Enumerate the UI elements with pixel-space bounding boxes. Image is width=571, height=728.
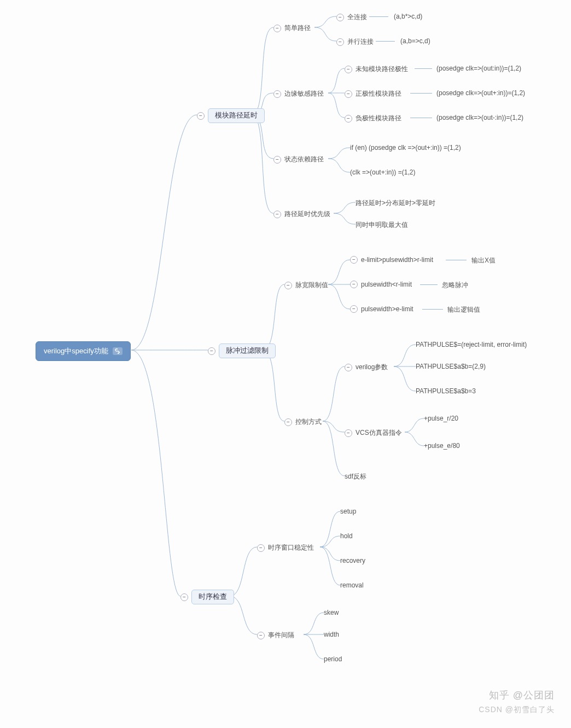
collapse-icon[interactable]: −	[350, 305, 358, 313]
node-label: 脉宽限制值	[295, 280, 328, 290]
node-label: 未知模块路径极性	[356, 64, 408, 74]
collapse-icon[interactable]: −	[257, 544, 265, 552]
leaf-output-logic: 输出逻辑值	[447, 305, 480, 315]
collapse-icon[interactable]: −	[284, 282, 292, 289]
leaf-output-x: 输出X值	[471, 255, 496, 266]
leaf-recovery: recovery	[340, 556, 365, 565]
branch-module-path-delay[interactable]: − 模块路径延时	[197, 108, 265, 123]
connector-segment	[446, 260, 467, 260]
node-label: 并行连接	[347, 37, 374, 47]
leaf-positive-polarity-detail: (posedge clk=>(out+:in))=(1,2)	[436, 89, 525, 97]
leaf-state-dep-2: (clk =>(out+:in)) =(1,2)	[350, 168, 415, 177]
leaf-width: width	[324, 630, 339, 639]
node-label: VCS仿真器指令	[356, 428, 402, 438]
connector-segment	[410, 93, 432, 94]
node-label: 负极性模块路径	[356, 113, 401, 124]
node-parallel-connect[interactable]: − 并行连接	[336, 37, 374, 47]
node-label: 简单路径	[284, 23, 311, 33]
collapse-icon[interactable]: −	[180, 593, 188, 601]
collapse-icon[interactable]: −	[197, 112, 205, 120]
node-label: 边缘敏感路径	[284, 89, 324, 99]
node-simple-path[interactable]: − 简单路径	[273, 23, 311, 33]
leaf-ignore-pulse: 忽略脉冲	[442, 280, 468, 290]
watermark-zhihu: 知乎 @公团团	[489, 689, 555, 702]
node-timing-window-stability[interactable]: − 时序窗口稳定性	[257, 543, 314, 553]
connector-segment	[420, 284, 438, 285]
node-full-connect[interactable]: − 全连接	[336, 12, 367, 22]
leaf-setup: setup	[340, 507, 356, 516]
collapse-icon[interactable]: −	[336, 14, 344, 21]
collapse-icon[interactable]: −	[257, 632, 265, 639]
leaf-pathpulse-3: PATHPULSE$a$b=3	[416, 387, 476, 395]
leaf-sdf-back: sdf反标	[345, 471, 366, 482]
node-label: 时序窗口稳定性	[268, 543, 314, 553]
node-label: 全连接	[347, 12, 367, 22]
branch-label: 脉冲过滤限制	[219, 343, 276, 358]
connector-segment	[376, 41, 395, 42]
collapse-icon[interactable]: −	[273, 25, 281, 32]
node-state-dependent-path[interactable]: − 状态依赖路径	[273, 154, 324, 165]
branch-label: 模块路径延时	[208, 108, 265, 123]
node-edge-sensitive-path[interactable]: − 边缘敏感路径	[273, 89, 324, 99]
leaf-negative-polarity-detail: (posedge clk=>(out-:in))=(1,2)	[436, 113, 523, 122]
collapse-icon[interactable]: −	[345, 115, 352, 123]
node-pulsewidth-limit[interactable]: − 脉宽限制值	[284, 280, 328, 290]
branch-pulse-filter[interactable]: − 脉冲过滤限制	[208, 343, 276, 358]
leaf-unknown-polarity-detail: (posedge clk=>(out:in))=(1,2)	[436, 64, 521, 73]
collapse-icon[interactable]: −	[345, 90, 352, 98]
collapse-icon[interactable]: −	[345, 364, 352, 371]
leaf-pathpulse-2: PATHPULSE$a$b=(2,9)	[416, 362, 486, 371]
collapse-icon[interactable]: −	[273, 90, 281, 98]
leaf-full-connect-detail: (a,b*>c,d)	[394, 12, 422, 21]
root-node[interactable]: verilog中specify功能	[36, 341, 131, 361]
leaf-priority-2: 同时申明取最大值	[356, 220, 408, 230]
collapse-icon[interactable]: −	[208, 347, 215, 355]
node-label: verilog参数	[356, 362, 388, 372]
leaf-pulse-r: +pulse_r/20	[424, 414, 458, 423]
node-label: 正极性模块路径	[356, 89, 401, 99]
leaf-period: period	[324, 655, 342, 663]
root-label: verilog中specify功能	[44, 346, 108, 356]
node-label: 控制方式	[295, 417, 322, 427]
node-vcs-directive[interactable]: − VCS仿真器指令	[345, 428, 402, 438]
node-delay-priority[interactable]: − 路径延时优先级	[273, 209, 330, 219]
watermark-csdn: CSDN @初雪白了头	[479, 705, 555, 715]
node-label: 状态依赖路径	[284, 154, 324, 165]
connector-segment	[415, 68, 432, 69]
node-label: pulsewidth<r-limit	[361, 280, 412, 289]
node-pulsewidth-lt-r[interactable]: − pulsewidth<r-limit	[350, 280, 412, 289]
link-icon	[113, 347, 123, 355]
node-verilog-param[interactable]: − verilog参数	[345, 362, 388, 372]
node-event-interval[interactable]: − 事件间隔	[257, 630, 294, 640]
node-negative-polarity[interactable]: − 负极性模块路径	[345, 113, 401, 124]
node-label: 路径延时优先级	[284, 209, 330, 219]
node-positive-polarity[interactable]: − 正极性模块路径	[345, 89, 401, 99]
connector-segment	[410, 118, 432, 118]
leaf-hold: hold	[340, 532, 353, 540]
node-label: 事件间隔	[268, 630, 294, 640]
leaf-pulse-e: +pulse_e/80	[424, 441, 460, 450]
node-unknown-polarity[interactable]: − 未知模块路径极性	[345, 64, 408, 74]
node-label: e-limit>pulsewidth>r-limit	[361, 255, 433, 264]
collapse-icon[interactable]: −	[350, 256, 358, 264]
leaf-priority-1: 路径延时>分布延时>零延时	[356, 198, 435, 208]
leaf-parallel-connect-detail: (a,b=>c,d)	[400, 37, 430, 45]
leaf-pathpulse-1: PATHPULSE$=(reject-limit, error-limit)	[416, 340, 527, 349]
collapse-icon[interactable]: −	[336, 38, 344, 46]
node-control-method[interactable]: − 控制方式	[284, 417, 322, 427]
collapse-icon[interactable]: −	[284, 418, 292, 426]
node-pulsewidth-gt-e[interactable]: − pulsewidth>e-limit	[350, 305, 413, 313]
collapse-icon[interactable]: −	[345, 429, 352, 437]
collapse-icon[interactable]: −	[273, 156, 281, 164]
leaf-skew: skew	[324, 608, 339, 617]
connector-segment	[369, 16, 388, 17]
branch-timing-check[interactable]: − 时序检查	[180, 590, 234, 604]
collapse-icon[interactable]: −	[273, 211, 281, 218]
connector-segment	[422, 309, 443, 310]
collapse-icon[interactable]: −	[345, 66, 352, 73]
leaf-state-dep-1: if (en) (posedge clk =>(out+:in)) =(1,2)	[350, 143, 461, 152]
node-elimit-gt[interactable]: − e-limit>pulsewidth>r-limit	[350, 255, 433, 264]
collapse-icon[interactable]: −	[350, 281, 358, 288]
leaf-removal: removal	[340, 581, 364, 590]
branch-label: 时序检查	[191, 590, 234, 604]
